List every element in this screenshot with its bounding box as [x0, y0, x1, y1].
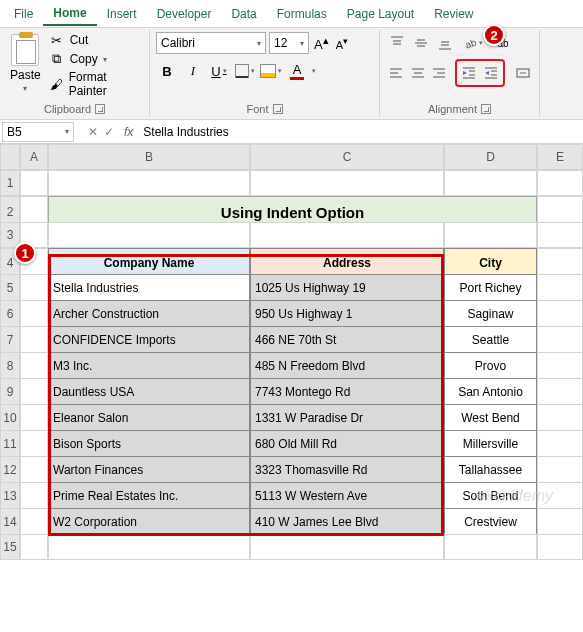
- align-center-button[interactable]: [408, 62, 428, 84]
- orientation-button[interactable]: ab▾: [462, 32, 484, 54]
- italic-button[interactable]: I: [182, 60, 204, 82]
- table-cell[interactable]: 950 Us Highway 1: [250, 300, 444, 328]
- tab-pagelayout[interactable]: Page Layout: [337, 3, 424, 25]
- cell[interactable]: [20, 482, 48, 510]
- cell[interactable]: [20, 534, 48, 560]
- cancel-icon[interactable]: ✕: [88, 125, 98, 139]
- cell[interactable]: [20, 352, 48, 380]
- formula-input[interactable]: Stella Industries: [137, 125, 583, 139]
- table-cell[interactable]: Crestview: [444, 508, 537, 536]
- table-cell[interactable]: San Antonio: [444, 378, 537, 406]
- table-cell[interactable]: Millersville: [444, 430, 537, 458]
- table-cell[interactable]: 3323 Thomasville Rd: [250, 456, 444, 484]
- table-cell[interactable]: 7743 Montego Rd: [250, 378, 444, 406]
- cell[interactable]: [20, 378, 48, 406]
- font-color-button[interactable]: A: [286, 60, 308, 82]
- cell[interactable]: [537, 326, 583, 354]
- table-cell[interactable]: W2 Corporation: [48, 508, 250, 536]
- table-cell[interactable]: Seattle: [444, 326, 537, 354]
- table-cell[interactable]: 466 NE 70th St: [250, 326, 444, 354]
- paste-button[interactable]: Paste ▾: [6, 32, 45, 98]
- cell[interactable]: [48, 222, 250, 248]
- cell[interactable]: [444, 534, 537, 560]
- shrink-font-button[interactable]: A▾: [334, 35, 350, 51]
- dialog-launcher-icon[interactable]: [95, 104, 105, 114]
- fx-icon[interactable]: fx: [120, 125, 137, 139]
- cell[interactable]: [537, 430, 583, 458]
- table-cell[interactable]: M3 Inc.: [48, 352, 250, 380]
- tab-developer[interactable]: Developer: [147, 3, 222, 25]
- cell[interactable]: [537, 352, 583, 380]
- cell[interactable]: [20, 170, 48, 196]
- align-bottom-button[interactable]: [434, 32, 456, 54]
- row-header[interactable]: 5: [0, 274, 20, 302]
- table-cell[interactable]: Tallahassee: [444, 456, 537, 484]
- table-cell[interactable]: 680 Old Mill Rd: [250, 430, 444, 458]
- row-header[interactable]: 9: [0, 378, 20, 406]
- table-cell[interactable]: Stella Industries: [48, 274, 250, 302]
- row-header[interactable]: 15: [0, 534, 20, 560]
- cell[interactable]: [250, 534, 444, 560]
- fill-color-button[interactable]: ▾: [260, 60, 282, 82]
- cell[interactable]: [250, 222, 444, 248]
- cell[interactable]: [537, 300, 583, 328]
- format-painter-button[interactable]: 🖌 Format Painter: [49, 70, 143, 98]
- row-header[interactable]: 6: [0, 300, 20, 328]
- align-left-button[interactable]: [386, 62, 406, 84]
- cell[interactable]: [537, 170, 583, 196]
- grow-font-button[interactable]: A▴: [312, 34, 331, 52]
- cell[interactable]: [20, 430, 48, 458]
- font-name-select[interactable]: Calibri▾: [156, 32, 266, 54]
- col-header-c[interactable]: C: [250, 144, 444, 170]
- table-cell[interactable]: Archer Construction: [48, 300, 250, 328]
- cell[interactable]: [20, 326, 48, 354]
- border-button[interactable]: ▾: [234, 60, 256, 82]
- select-all-corner[interactable]: [0, 144, 20, 170]
- align-middle-button[interactable]: [410, 32, 432, 54]
- col-header-a[interactable]: A: [20, 144, 48, 170]
- cell[interactable]: [537, 508, 583, 536]
- table-cell[interactable]: Warton Finances: [48, 456, 250, 484]
- cell[interactable]: [444, 222, 537, 248]
- table-cell[interactable]: West Bend: [444, 404, 537, 432]
- tab-data[interactable]: Data: [221, 3, 266, 25]
- copy-button[interactable]: ⧉ Copy ▾: [49, 51, 143, 67]
- increase-indent-button[interactable]: [480, 62, 502, 84]
- cell[interactable]: [537, 404, 583, 432]
- table-cell[interactable]: Eleanor Salon: [48, 404, 250, 432]
- table-cell[interactable]: Bison Sports: [48, 430, 250, 458]
- cell[interactable]: [537, 274, 583, 302]
- underline-button[interactable]: U▾: [208, 60, 230, 82]
- cell[interactable]: [444, 170, 537, 196]
- name-box[interactable]: B5▾: [2, 122, 74, 142]
- table-cell[interactable]: CONFIDENCE Imports: [48, 326, 250, 354]
- font-size-select[interactable]: 12▾: [269, 32, 309, 54]
- table-cell[interactable]: 1025 Us Highway 19: [250, 274, 444, 302]
- tab-formulas[interactable]: Formulas: [267, 3, 337, 25]
- table-cell[interactable]: Saginaw: [444, 300, 537, 328]
- table-cell[interactable]: Dauntless USA: [48, 378, 250, 406]
- col-header-d[interactable]: D: [444, 144, 537, 170]
- cell[interactable]: [20, 404, 48, 432]
- cell[interactable]: [48, 170, 250, 196]
- row-header[interactable]: 8: [0, 352, 20, 380]
- row-header[interactable]: 14: [0, 508, 20, 536]
- col-header-e[interactable]: E: [537, 144, 583, 170]
- table-cell[interactable]: 1331 W Paradise Dr: [250, 404, 444, 432]
- cell[interactable]: [48, 534, 250, 560]
- bold-button[interactable]: B: [156, 60, 178, 82]
- cell[interactable]: [20, 300, 48, 328]
- tab-review[interactable]: Review: [424, 3, 483, 25]
- row-header[interactable]: 13: [0, 482, 20, 510]
- merge-button[interactable]: [513, 62, 533, 84]
- cell[interactable]: [537, 378, 583, 406]
- align-top-button[interactable]: [386, 32, 408, 54]
- decrease-indent-button[interactable]: [458, 62, 480, 84]
- col-header-b[interactable]: B: [48, 144, 250, 170]
- cell[interactable]: [20, 508, 48, 536]
- tab-file[interactable]: File: [4, 3, 43, 25]
- enter-icon[interactable]: ✓: [104, 125, 114, 139]
- cell[interactable]: [537, 456, 583, 484]
- cell[interactable]: [20, 274, 48, 302]
- cell[interactable]: [250, 170, 444, 196]
